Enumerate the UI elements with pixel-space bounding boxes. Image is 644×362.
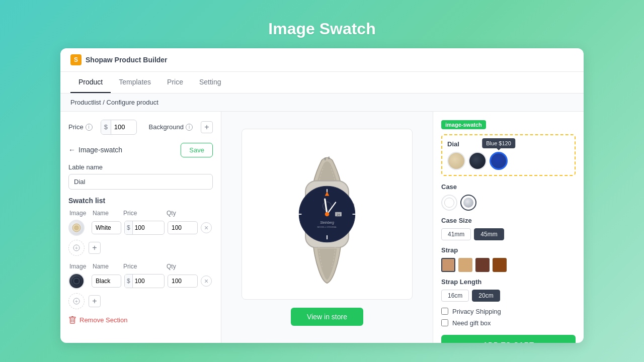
- dial-swatch-beige[interactable]: [447, 152, 465, 170]
- col-qty-1: Qty: [167, 210, 197, 217]
- section-header: ← Image-swatch Save: [68, 143, 213, 157]
- svg-rect-15: [352, 213, 357, 214]
- remove-section[interactable]: Remove Section: [68, 316, 213, 324]
- need-gift-box-checkbox[interactable]: [441, 319, 448, 326]
- app-name: Shopaw Product Builder: [86, 56, 168, 64]
- price-dollar-sign: $: [101, 120, 111, 134]
- price-info-icon: i: [86, 124, 93, 131]
- app-logo-icon: S: [70, 54, 82, 65]
- svg-rect-14: [327, 235, 328, 239]
- content-area: Price i $ Background i + ← Image-swatch: [60, 112, 584, 343]
- add-swatch-icon-2[interactable]: +: [68, 293, 85, 309]
- right-panel: image-swatch Dial Blue $120 Case: [433, 112, 584, 343]
- strap-length-16cm[interactable]: 16cm: [441, 290, 469, 302]
- price-input[interactable]: [111, 123, 136, 131]
- strap-length-title: Strap Length: [441, 278, 576, 286]
- price-input-wrap: $: [101, 120, 137, 135]
- case-title: Case: [441, 183, 576, 191]
- strap-swatch-dark-brown[interactable]: [475, 258, 490, 272]
- strap-swatch-tan[interactable]: [441, 258, 455, 272]
- lable-name-label: Lable name: [68, 163, 213, 171]
- swatch-price-wrap-black: $: [124, 274, 165, 288]
- breadcrumb: Productlist / Configure product: [60, 94, 584, 112]
- remove-swatch-black[interactable]: ×: [201, 276, 212, 287]
- privacy-shipping-label: Privacy Shipping: [452, 308, 501, 315]
- remove-section-label: Remove Section: [79, 316, 127, 324]
- background-info-icon: i: [186, 124, 193, 131]
- case-size-45mm[interactable]: 45mm: [474, 228, 504, 240]
- swatch-image-white[interactable]: [68, 220, 85, 236]
- privacy-shipping-checkbox[interactable]: [441, 308, 448, 315]
- nav-setting[interactable]: Setting: [191, 72, 229, 93]
- case-swatch-silver[interactable]: [460, 195, 476, 211]
- swatch-qty-input-black[interactable]: [168, 275, 198, 288]
- case-size-title: Case Size: [441, 217, 576, 224]
- col-name-2: Name: [93, 263, 120, 270]
- add-swatch-button-1[interactable]: +: [89, 242, 101, 254]
- swatch-row-black: $ ×: [68, 273, 213, 289]
- svg-rect-16: [297, 213, 302, 214]
- swatch-price-input-black[interactable]: [133, 278, 153, 285]
- add-swatch-button-2[interactable]: +: [89, 295, 101, 307]
- watch-image-container: Steinberg MODELL ORIGINAL 24: [242, 129, 413, 300]
- swatch-header-2: Image Name Price Qty: [68, 263, 213, 270]
- image-swatch-badge: image-swatch: [441, 120, 486, 129]
- background-add-button[interactable]: +: [201, 121, 213, 133]
- strap-length-pills: 16cm 20cm: [441, 290, 576, 302]
- back-button[interactable]: ← Image-swatch: [68, 146, 122, 154]
- strap-swatch-medium-brown[interactable]: [493, 258, 507, 272]
- center-panel: Steinberg MODELL ORIGINAL 24: [221, 112, 433, 343]
- nav-bar: Product Templates Price Setting: [60, 72, 584, 94]
- case-swatches: [441, 195, 576, 211]
- strap-length-20cm[interactable]: 20cm: [472, 290, 500, 302]
- nav-price[interactable]: Price: [159, 72, 191, 93]
- add-swatch-icon-1[interactable]: +: [68, 240, 85, 256]
- svg-point-18: [325, 212, 330, 216]
- nav-product[interactable]: Product: [70, 72, 111, 93]
- case-size-section: Case Size 41mm 45mm: [441, 217, 576, 240]
- strap-section: Strap: [441, 246, 576, 272]
- svg-text:24: 24: [337, 213, 340, 216]
- swatch-name-input-white[interactable]: [92, 221, 121, 234]
- add-swatch-row-2: + +: [68, 293, 213, 309]
- strap-swatch-light-tan[interactable]: [458, 258, 472, 272]
- breadcrumb-root[interactable]: Productlist: [70, 99, 101, 106]
- swatch-qty-input-white[interactable]: [168, 221, 198, 234]
- svg-text:Steinberg: Steinberg: [320, 221, 334, 225]
- blue-tooltip: Blue $120: [482, 138, 515, 148]
- nav-templates[interactable]: Templates: [111, 72, 159, 93]
- remove-swatch-white[interactable]: ×: [201, 222, 212, 233]
- swatch-price-input-white[interactable]: [133, 224, 153, 231]
- add-to-cart-button[interactable]: ADD TO CART: [441, 335, 576, 343]
- case-swatch-white[interactable]: [441, 195, 457, 211]
- svg-point-1: [74, 226, 78, 230]
- privacy-shipping-row: Privacy Shipping: [441, 308, 576, 315]
- swatch-name-input-black[interactable]: [92, 275, 121, 288]
- dial-swatch-blue[interactable]: Blue $120: [490, 152, 508, 170]
- breadcrumb-separator: /: [103, 99, 105, 106]
- case-circle-silver: [463, 198, 473, 208]
- lable-name-input[interactable]: [68, 174, 213, 190]
- svg-rect-9: [328, 156, 330, 159]
- case-size-41mm[interactable]: 41mm: [441, 228, 471, 240]
- col-image-1: Image: [69, 210, 90, 217]
- dial-swatch-dark[interactable]: [468, 152, 487, 170]
- view-in-store-button[interactable]: View in store: [291, 308, 363, 326]
- swatch-row-white: $ ×: [68, 220, 213, 236]
- col-image-2: Image: [69, 263, 90, 270]
- svg-text:+: +: [75, 245, 78, 251]
- swatch-dollar-black: $: [125, 275, 133, 288]
- label-section: Lable name: [68, 163, 213, 190]
- breadcrumb-current: Configure product: [107, 99, 158, 106]
- background-label: Background i: [149, 123, 193, 131]
- svg-rect-8: [325, 157, 326, 160]
- section-name: Image-swatch: [78, 146, 122, 154]
- case-size-pills: 41mm 45mm: [441, 228, 576, 240]
- need-gift-box-row: Need gift box: [441, 319, 576, 327]
- strap-title: Strap: [441, 246, 576, 254]
- col-qty-2: Qty: [167, 263, 197, 270]
- watch-illustration: Steinberg MODELL ORIGINAL 24: [267, 139, 387, 290]
- swatch-image-black[interactable]: [68, 273, 85, 289]
- save-button[interactable]: Save: [181, 143, 213, 157]
- svg-text:+: +: [75, 299, 78, 304]
